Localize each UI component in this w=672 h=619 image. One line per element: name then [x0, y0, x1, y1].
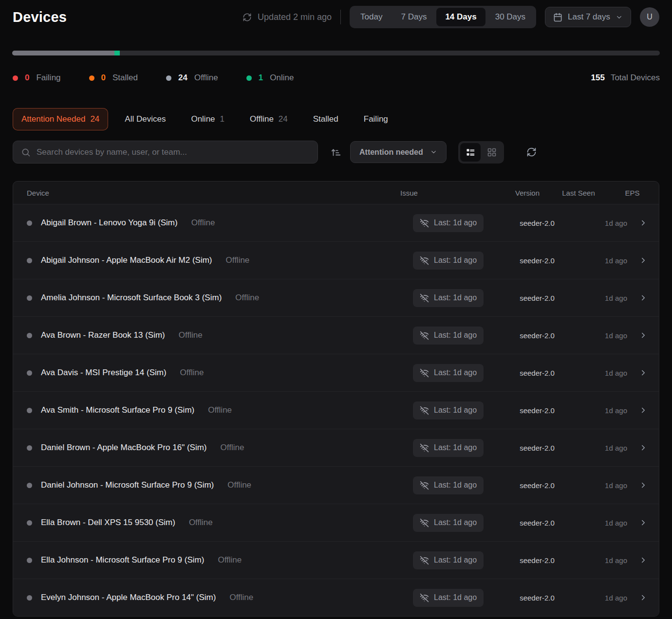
list-view-button[interactable] — [460, 143, 481, 162]
chevron-right-icon[interactable] — [639, 218, 648, 227]
chevron-right-icon[interactable] — [639, 256, 648, 265]
table-row[interactable]: Ella Brown - Dell XPS 15 9530 (Sim) Offl… — [13, 504, 659, 541]
chevron-right-icon[interactable] — [639, 481, 648, 490]
wifi-off-icon — [420, 406, 429, 415]
top-bar: Devices Updated 2 min ago Today7 Days14 … — [0, 0, 672, 34]
range-tab-14-days[interactable]: 14 Days — [436, 8, 485, 26]
chevron-right-icon[interactable] — [639, 368, 648, 377]
issue-badge: Last: 1d ago — [413, 401, 484, 419]
issue-text: Last: 1d ago — [434, 593, 477, 602]
issue-badge: Last: 1d ago — [413, 327, 484, 345]
device-cell: Abigail Johnson - Apple MacBook Air M2 (… — [13, 255, 413, 265]
column-header-eps: EPS — [625, 189, 639, 197]
range-tab-30-days[interactable]: 30 Days — [486, 8, 534, 26]
filter-tab-count: 1 — [220, 114, 224, 124]
device-status: Offline — [221, 480, 251, 490]
filter-tab-label: Offline — [250, 114, 274, 124]
chevron-right-icon[interactable] — [639, 593, 648, 602]
filter-tab-online[interactable]: Online 1 — [182, 108, 233, 130]
filter-tab-label: All Devices — [125, 114, 166, 124]
table-row[interactable]: Abigail Johnson - Apple MacBook Air M2 (… — [13, 241, 659, 279]
filter-dropdown[interactable]: Attention needed — [350, 141, 447, 163]
wifi-off-icon — [420, 518, 429, 528]
table-row[interactable]: Ava Davis - MSI Prestige 14 (Sim) Offlin… — [13, 354, 659, 391]
filter-tab-attention-needed[interactable]: Attention Needed 24 — [13, 108, 108, 130]
table-row[interactable]: Daniel Brown - Apple MacBook Pro 16" (Si… — [13, 429, 659, 466]
device-cell: Abigail Brown - Lenovo Yoga 9i (Sim) Off… — [13, 218, 413, 228]
status-stats: 0 Failing 0 Stalled 24 Offline 1 Online — [13, 73, 294, 83]
table-row[interactable]: Ella Johnson - Microsoft Surface Pro 9 (… — [13, 541, 659, 579]
status-stat-online: 1 Online — [246, 73, 294, 83]
filter-tab-count: 24 — [90, 114, 99, 124]
grid-view-button[interactable] — [482, 143, 502, 162]
stat-count: 0 — [25, 73, 29, 83]
issue-text: Last: 1d ago — [434, 331, 477, 340]
calendar-icon — [553, 13, 562, 22]
table-row[interactable]: Daniel Johnson - Microsoft Surface Pro 9… — [13, 466, 659, 504]
chevron-right-icon[interactable] — [639, 556, 648, 564]
stat-count: 0 — [101, 73, 106, 83]
offline-status-dot-icon — [27, 258, 32, 263]
offline-status-dot-icon — [27, 370, 32, 376]
chevron-right-icon[interactable] — [639, 406, 648, 415]
issue-cell: Last: 1d ago — [413, 289, 484, 307]
offline-status-dot-icon — [27, 483, 32, 488]
filter-tab-all-devices[interactable]: All Devices — [116, 108, 174, 130]
filter-tab-offline[interactable]: Offline 24 — [241, 108, 297, 130]
stat-label: Offline — [194, 73, 218, 83]
chevron-right-icon[interactable] — [639, 331, 648, 340]
devices-table: DeviceIssueVersionLast SeenEPS Abigail B… — [13, 181, 659, 617]
device-cell: Ava Smith - Microsoft Surface Pro 9 (Sim… — [13, 405, 413, 415]
issue-text: Last: 1d ago — [434, 406, 477, 415]
device-status: Offline — [185, 218, 215, 228]
avatar[interactable]: U — [640, 7, 659, 27]
offline-status-dot-icon — [27, 595, 32, 601]
filter-tab-label: Stalled — [313, 114, 338, 124]
date-range-button[interactable]: Last 7 days — [545, 7, 631, 27]
device-status: Offline — [172, 330, 203, 340]
issue-cell: Last: 1d ago — [413, 514, 484, 532]
wifi-off-icon — [420, 331, 429, 340]
device-cell: Daniel Johnson - Microsoft Surface Pro 9… — [13, 480, 413, 490]
table-row[interactable]: Ava Brown - Razer Book 13 (Sim) Offline … — [13, 316, 659, 354]
column-header-device: Device — [13, 189, 413, 197]
refresh-button[interactable] — [524, 145, 539, 159]
filter-tab-count: 24 — [279, 114, 288, 124]
range-tab-today[interactable]: Today — [352, 8, 391, 26]
device-version: seeder-2.0 — [520, 369, 555, 377]
sort-button[interactable] — [329, 145, 343, 160]
filter-dropdown-value: Attention needed — [359, 148, 423, 157]
table-row[interactable]: Evelyn Johnson - Apple MacBook Pro 14" (… — [13, 579, 659, 616]
device-cell: Ella Johnson - Microsoft Surface Pro 9 (… — [13, 555, 413, 565]
table-row[interactable]: Amelia Johnson - Microsoft Surface Book … — [13, 279, 659, 316]
issue-badge: Last: 1d ago — [413, 364, 484, 382]
device-last-seen: 1d ago — [605, 594, 627, 602]
chevron-right-icon[interactable] — [639, 293, 648, 302]
device-name: Amelia Johnson - Microsoft Surface Book … — [41, 293, 222, 303]
range-tab-7-days[interactable]: 7 Days — [392, 8, 435, 26]
offline-status-dot-icon — [27, 520, 32, 526]
stat-label: Stalled — [112, 73, 138, 83]
wifi-off-icon — [420, 481, 429, 490]
wifi-off-icon — [420, 256, 429, 265]
list-view-icon — [466, 147, 475, 157]
issue-text: Last: 1d ago — [434, 481, 477, 490]
device-last-seen: 1d ago — [605, 444, 627, 452]
filter-tab-label: Attention Needed — [21, 114, 85, 124]
search-input[interactable] — [37, 147, 310, 157]
issue-badge: Last: 1d ago — [413, 476, 484, 494]
device-cell: Amelia Johnson - Microsoft Surface Book … — [13, 293, 413, 303]
device-last-seen: 1d ago — [605, 294, 627, 302]
topbar-divider — [340, 10, 341, 24]
filter-tab-failing[interactable]: Failing — [355, 108, 397, 130]
table-row[interactable]: Abigail Brown - Lenovo Yoga 9i (Sim) Off… — [13, 204, 659, 241]
toolbar: Attention needed — [13, 141, 659, 164]
filter-tab-stalled[interactable]: Stalled — [304, 108, 347, 130]
status-stat-stalled: 0 Stalled — [89, 73, 138, 83]
chevron-right-icon[interactable] — [639, 518, 648, 527]
chevron-right-icon[interactable] — [639, 443, 648, 452]
device-version: seeder-2.0 — [520, 444, 555, 452]
device-version: seeder-2.0 — [520, 256, 555, 265]
device-status: Offline — [182, 518, 213, 528]
table-row[interactable]: Ava Smith - Microsoft Surface Pro 9 (Sim… — [13, 391, 659, 429]
